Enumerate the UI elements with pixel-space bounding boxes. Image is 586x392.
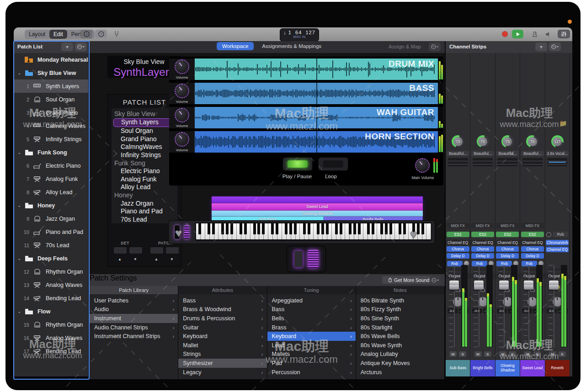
mod-wheel[interactable] [184, 225, 190, 239]
piano-key-black[interactable] [417, 223, 420, 234]
patch-library-row[interactable]: Keyboard› [178, 332, 266, 341]
playhead[interactable] [316, 83, 317, 104]
patch-library-row[interactable]: 80s Bitrate Synth [356, 296, 444, 305]
channel-eq-slot[interactable]: Channel EQ [495, 240, 520, 245]
sidebar-item-set-folder[interactable]: ⌄Deep Feels [14, 252, 88, 265]
piano-key-black[interactable] [212, 223, 215, 234]
screen-patch-list-patch[interactable]: 70s Lead [112, 216, 177, 224]
pedal-right[interactable] [308, 250, 319, 268]
piano-key-black[interactable] [380, 223, 383, 234]
playhead[interactable] [316, 107, 317, 128]
disclosure-chevron-icon[interactable]: ⌄ [17, 203, 24, 208]
tab-assignments-mappings[interactable]: Assignments & Mappings [256, 42, 327, 50]
set-down-button[interactable] [129, 247, 143, 254]
patch-library-row[interactable]: Mallets› [267, 350, 356, 359]
patch-library-row[interactable]: Instrument› [90, 314, 178, 323]
play-icon[interactable] [512, 30, 523, 38]
waveform-display[interactable]: DRUM MIX [195, 58, 438, 80]
set-up-arrow[interactable]: ▲ [118, 257, 122, 261]
help-icon[interactable]: ? [95, 30, 107, 38]
patch-library-row[interactable]: Arcturus [356, 368, 444, 377]
add-channel-strip-button[interactable]: + [535, 42, 547, 51]
instrument-slot[interactable]: ES2 [520, 232, 544, 237]
strip-name-label[interactable]: Sweet Lead [520, 360, 544, 376]
sidebar-item-patch[interactable]: 7Analog Funk [14, 172, 88, 185]
piano-key-black[interactable] [271, 223, 274, 234]
disclosure-chevron-icon[interactable]: ⌄ [17, 309, 24, 314]
set-down-arrow[interactable]: ▼ [133, 257, 137, 261]
piano-key-white[interactable] [201, 223, 205, 239]
waveform-display[interactable]: HORN SECTION [195, 131, 438, 153]
info-icon[interactable]: i [80, 30, 92, 38]
mute-button[interactable]: M [499, 351, 506, 357]
sidebar-item-patch[interactable]: 17Bending Lead [14, 344, 88, 358]
piano-key-black[interactable] [372, 223, 374, 234]
channel-eq-slot[interactable]: Channel EQ [520, 240, 544, 245]
strip-level-knob[interactable]: 127 [545, 135, 570, 148]
piano-key-black[interactable] [226, 223, 229, 234]
sidebar-item-patch[interactable]: 4Calming Waves [14, 119, 88, 132]
sidebar-item-patch[interactable]: 3Grand Piano [14, 106, 88, 119]
disclosure-chevron-icon[interactable]: ⌄ [17, 70, 24, 75]
assign-map-button[interactable]: Assign & Map [389, 44, 421, 49]
piano-key-black[interactable] [321, 223, 324, 234]
mute-button[interactable]: M [524, 351, 531, 357]
piano-key-black[interactable] [294, 223, 297, 234]
patch-settings-action-menu[interactable] [430, 276, 441, 285]
piano-keyboard[interactable] [195, 222, 432, 241]
screen-patch-list-patch[interactable]: Jazz Organ [112, 200, 177, 208]
patch-library-row[interactable]: 80s Wave Bells [356, 332, 444, 341]
patch-library-row[interactable]: Bass› [178, 296, 266, 305]
sidebar-item-patch[interactable]: 12Rhythm Organ [14, 265, 88, 278]
sidebar-item-set-folder[interactable]: ⌄Funk Song [14, 146, 88, 159]
piano-key-black[interactable] [303, 223, 306, 234]
piano-key-black[interactable] [208, 223, 210, 234]
eq-thumbnail[interactable] [545, 158, 570, 166]
sidebar-item-patch[interactable]: 9Jazz Organ [14, 212, 88, 225]
insert-slot[interactable]: ChromaVerb [545, 240, 570, 245]
piano-key-black[interactable] [353, 223, 356, 234]
patch-down-button[interactable] [165, 247, 179, 254]
screen-patch-list-patch[interactable]: Soul Organ [112, 127, 177, 135]
piano-key-black[interactable] [317, 223, 320, 234]
tab-notes[interactable]: Notes [356, 286, 445, 294]
tab-attributes[interactable]: Attributes [178, 286, 267, 294]
insert-slot[interactable]: Channel EQ [545, 247, 570, 252]
piano-key-black[interactable] [257, 223, 260, 234]
piano-key-black[interactable] [289, 223, 292, 234]
sidebar-item-patch[interactable]: 15Rhythm Organ [14, 318, 88, 331]
solo-button[interactable]: S [509, 351, 516, 357]
master-volume-icon[interactable] [543, 30, 554, 38]
strip-level-knob[interactable]: 79 [495, 135, 520, 148]
strip-name-label[interactable]: Reverb [545, 360, 570, 376]
tab-tuning[interactable]: Tuning [267, 286, 356, 294]
sidebar-item-set-folder[interactable]: ⌄Flow [14, 305, 88, 318]
waveform-display[interactable]: BASS [195, 83, 438, 104]
sidebar-item-patch[interactable]: 1170s Lead [14, 238, 88, 252]
piano-key-black[interactable] [399, 223, 401, 234]
insert-slot[interactable]: Chorus [446, 246, 470, 252]
patch-library-row[interactable]: Pad› [267, 359, 356, 368]
screen-patch-list-patch[interactable]: CalmngWaves [112, 143, 177, 151]
mode-layout-button[interactable]: Layout [25, 30, 49, 39]
strip-setting-name[interactable]: 2.6s Vocal... [545, 151, 570, 156]
patch-library-row[interactable]: Keyboard› [267, 332, 356, 341]
strip-name-label[interactable]: Sub Bass [446, 360, 470, 376]
eq-thumbnail[interactable] [520, 158, 544, 166]
instrument-slot[interactable]: ES2 [446, 232, 470, 237]
piano-key-white[interactable] [214, 223, 219, 239]
insert-slot[interactable]: Delay D [470, 253, 495, 259]
patch-library-row[interactable]: Arpeggiated› [267, 296, 356, 305]
volume-fader[interactable] [495, 263, 520, 349]
screen-patch-list-patch[interactable]: Piano and Pad [112, 207, 177, 216]
strip-setting-name[interactable]: Beautiful... [520, 151, 544, 156]
sidebar-item-patch[interactable]: 1Synth Layers [14, 79, 88, 93]
eq-thumbnail[interactable] [446, 158, 470, 166]
set-up-button[interactable] [113, 247, 127, 254]
patch-library-row[interactable]: Legacy› [178, 368, 266, 377]
midi-fx-slot[interactable]: MIDI FX [520, 223, 544, 228]
loop-button[interactable] [318, 157, 348, 171]
fader-cap[interactable] [449, 281, 459, 290]
patch-library-row[interactable]: 80s Wave Synth [356, 341, 444, 350]
piano-key-white[interactable] [426, 223, 431, 239]
